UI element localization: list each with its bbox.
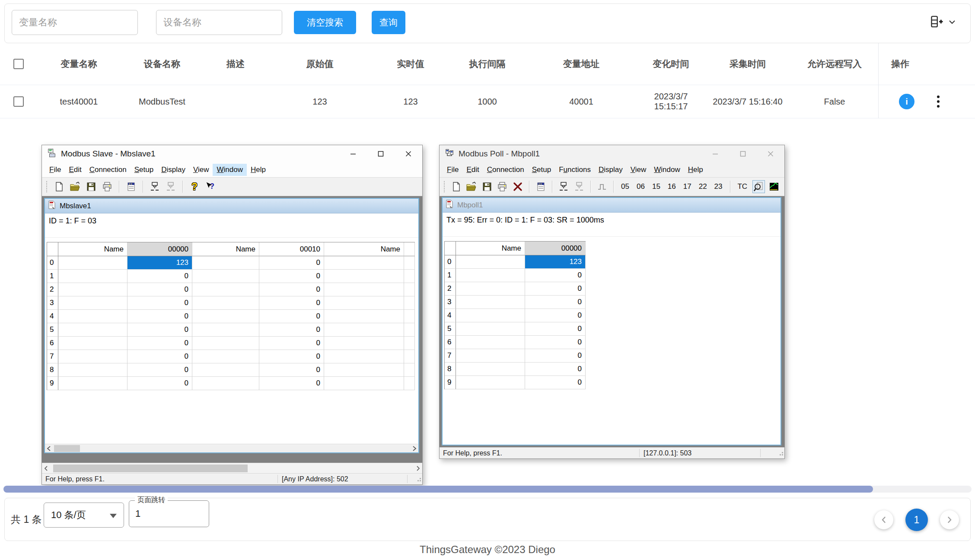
grid-cell[interactable]: 0 — [127, 323, 192, 337]
grid-cell[interactable] — [324, 270, 404, 283]
resize-grip-icon[interactable] — [415, 476, 421, 484]
grid-cell[interactable] — [192, 323, 259, 337]
menu-view[interactable]: View — [627, 164, 650, 176]
grid-cell[interactable]: 0 — [525, 296, 586, 309]
grid-cell[interactable]: 0 — [525, 269, 586, 282]
previous-page-button[interactable] — [874, 510, 893, 529]
grid-cell[interactable]: 0 — [525, 282, 586, 296]
grid-cell[interactable] — [324, 256, 404, 270]
menu-window[interactable]: Window — [213, 164, 246, 176]
menu-window[interactable]: Window — [650, 164, 684, 176]
poll-title-bar[interactable]: Modbus Poll - Mbpoll1 — [440, 145, 784, 162]
grid-cell[interactable]: 0 — [259, 377, 324, 390]
pulse-icon[interactable] — [596, 180, 608, 193]
scrollbar-thumb[interactable] — [3, 486, 873, 493]
grid-cell[interactable] — [324, 337, 404, 350]
grid-cell[interactable] — [456, 349, 525, 363]
maximize-icon[interactable] — [729, 145, 757, 162]
scroll-right-icon[interactable] — [414, 463, 422, 474]
grid-cell[interactable] — [456, 336, 525, 349]
grid-cell[interactable]: 0 — [525, 376, 586, 389]
grid-cell[interactable]: 0 — [127, 296, 192, 310]
variable-name-input[interactable] — [12, 10, 138, 35]
menu-connection[interactable]: Connection — [86, 164, 131, 176]
grid-cell[interactable] — [404, 323, 415, 337]
menu-edit[interactable]: Edit — [65, 164, 85, 176]
grid-cell[interactable]: 0 — [127, 363, 192, 377]
grid-cell[interactable] — [456, 376, 525, 389]
grid-cell[interactable] — [58, 323, 127, 337]
grid-cell[interactable]: 0 — [525, 322, 586, 336]
grid-cell[interactable] — [324, 377, 404, 390]
grid-cell[interactable] — [456, 322, 525, 336]
menu-view[interactable]: View — [189, 164, 213, 176]
toolbar-button-15[interactable]: 15 — [650, 181, 663, 192]
context-help-icon[interactable]: ? — [204, 180, 217, 193]
scroll-right-icon[interactable] — [411, 446, 418, 451]
display-setup-icon[interactable] — [535, 180, 547, 193]
resize-grip-icon[interactable] — [777, 450, 784, 458]
mbslave1-title-bar[interactable]: Mbslave1 — [45, 199, 418, 213]
slave-title-bar[interactable]: Modbus Slave - Mbslave1 — [42, 145, 422, 162]
save-icon[interactable] — [481, 180, 493, 193]
save-icon[interactable] — [85, 180, 98, 193]
grid-cell[interactable] — [324, 310, 404, 323]
print-icon[interactable] — [101, 180, 114, 193]
grid-cell[interactable] — [192, 256, 259, 270]
device-name-input[interactable] — [156, 10, 282, 35]
grid-cell[interactable] — [404, 350, 415, 363]
grid-cell[interactable] — [404, 283, 415, 296]
maximize-icon[interactable] — [367, 145, 395, 162]
disconnect-icon[interactable] — [164, 180, 177, 193]
row-checkbox[interactable] — [13, 96, 24, 107]
grid-cell[interactable] — [324, 363, 404, 377]
grid-cell[interactable] — [404, 270, 415, 283]
grid-cell[interactable] — [58, 337, 127, 350]
grid-cell[interactable] — [192, 296, 259, 310]
toolbar-button-05[interactable]: 05 — [619, 181, 631, 192]
grid-cell[interactable] — [58, 350, 127, 363]
open-file-icon[interactable] — [69, 180, 82, 193]
clear-search-button[interactable]: 清空搜索 — [294, 11, 356, 34]
grid-cell[interactable]: 0 — [127, 310, 192, 323]
grid-cell[interactable] — [456, 269, 525, 282]
cancel-icon[interactable] — [511, 180, 523, 193]
grid-cell[interactable] — [58, 310, 127, 323]
menu-display[interactable]: Display — [595, 164, 627, 176]
grid-cell[interactable]: 0 — [127, 337, 192, 350]
grid-cell[interactable] — [404, 363, 415, 377]
grid-cell[interactable]: 0 — [127, 350, 192, 363]
grid-cell[interactable] — [192, 363, 259, 377]
grid-cell[interactable] — [58, 363, 127, 377]
close-icon[interactable] — [395, 145, 422, 162]
grid-cell[interactable] — [324, 296, 404, 310]
menu-file[interactable]: File — [443, 164, 462, 176]
minimize-icon[interactable] — [339, 145, 367, 162]
chart-icon[interactable] — [768, 180, 780, 193]
grid-cell[interactable]: 0 — [259, 350, 324, 363]
help-icon[interactable]: ? — [188, 180, 201, 193]
scrollbar-thumb[interactable] — [53, 465, 248, 472]
mbpoll1-title-bar[interactable]: Mbpoll1 — [443, 198, 781, 213]
menu-setup[interactable]: Setup — [131, 164, 157, 176]
grid-cell[interactable] — [456, 309, 525, 322]
minimize-icon[interactable] — [701, 145, 729, 162]
page-jump-input[interactable] — [129, 501, 209, 527]
column-settings-button[interactable] — [930, 15, 956, 30]
query-button[interactable]: 查询 — [372, 11, 405, 34]
grid-cell[interactable] — [324, 283, 404, 296]
grid-cell[interactable] — [58, 296, 127, 310]
open-file-icon[interactable] — [465, 180, 478, 193]
close-icon[interactable] — [757, 145, 784, 162]
grid-cell[interactable] — [58, 256, 127, 270]
grid-cell[interactable] — [192, 350, 259, 363]
grid-cell[interactable]: 0 — [259, 337, 324, 350]
menu-help[interactable]: Help — [247, 164, 270, 176]
grid-cell[interactable]: 0 — [127, 270, 192, 283]
menu-setup[interactable]: Setup — [528, 164, 555, 176]
grid-cell[interactable]: 0 — [259, 270, 324, 283]
menu-display[interactable]: Display — [157, 164, 189, 176]
grid-cell[interactable] — [404, 377, 415, 390]
grid-cell[interactable]: 0 — [525, 336, 586, 349]
grid-cell[interactable]: 0 — [259, 256, 324, 270]
